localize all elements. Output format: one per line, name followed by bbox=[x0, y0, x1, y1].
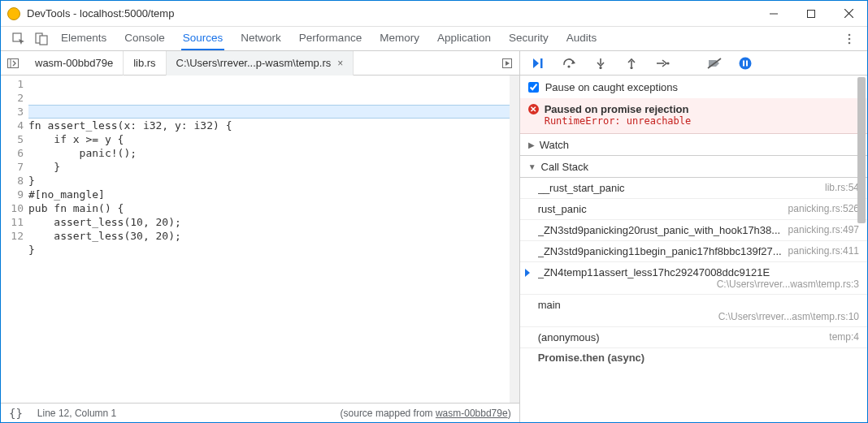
file-tab-bar: wasm-00bbd79elib.rsC:\Users\rrever...p-w… bbox=[1, 51, 519, 76]
mapped-suffix: ) bbox=[508, 408, 511, 419]
watch-header[interactable]: ▶Watch bbox=[520, 134, 867, 155]
step-over-button[interactable] bbox=[561, 54, 579, 72]
code-line: } bbox=[28, 243, 519, 257]
frame-location: panicking.rs:526 bbox=[788, 203, 859, 214]
code-line: panic!(); bbox=[28, 146, 519, 160]
tab-elements[interactable]: Elements bbox=[59, 27, 108, 50]
frame-function: _ZN4temp11assert_less17hc29247008ddc9121… bbox=[538, 266, 859, 278]
resume-button[interactable] bbox=[530, 54, 548, 72]
svg-rect-23 bbox=[743, 60, 744, 66]
tab-sources[interactable]: Sources bbox=[181, 27, 225, 50]
frame-function: _ZN3std9panicking11begin_panic17hf8bbc13… bbox=[538, 245, 782, 257]
pause-on-caught-checkbox[interactable] bbox=[528, 82, 539, 93]
code-line: assert_less(10, 20); bbox=[28, 215, 519, 229]
paused-message: RuntimeError: unreachable bbox=[545, 115, 859, 127]
code-line: } bbox=[28, 174, 519, 188]
svg-point-20 bbox=[666, 62, 669, 64]
stack-frame[interactable]: _ZN3std9panicking11begin_panic17hf8bbc13… bbox=[520, 241, 867, 262]
source-map-link[interactable]: wasm-00bbd79e bbox=[436, 408, 508, 419]
more-icon[interactable] bbox=[838, 29, 861, 49]
code-line: if x >= y { bbox=[28, 132, 519, 146]
svg-rect-13 bbox=[540, 58, 543, 68]
svg-point-9 bbox=[848, 41, 851, 44]
stack-frame[interactable]: mainC:\Users\rrever...asm\temp.rs:10 bbox=[520, 295, 867, 327]
paused-banner: ✕ Paused on promise rejection RuntimeErr… bbox=[520, 98, 867, 134]
tab-memory[interactable]: Memory bbox=[378, 27, 421, 50]
svg-point-8 bbox=[848, 37, 851, 40]
frame-location: panicking.rs:497 bbox=[788, 224, 859, 235]
pause-on-caught-row: Pause on caught exceptions bbox=[520, 76, 867, 98]
frame-location: temp:4 bbox=[829, 331, 859, 343]
tab-network[interactable]: Network bbox=[239, 27, 283, 50]
frame-location: C:\Users\rrever...asm\temp.rs:10 bbox=[538, 311, 859, 322]
frame-location: C:\Users\rrever...wasm\temp.rs:3 bbox=[538, 278, 859, 290]
frame-function: __rust_start_panic bbox=[538, 182, 818, 194]
tab-application[interactable]: Application bbox=[436, 27, 493, 50]
code-line: } bbox=[28, 160, 519, 174]
frame-location: panicking.rs:411 bbox=[788, 245, 859, 257]
frame-function: _ZN3std9panicking20rust_panic_with_hook1… bbox=[538, 224, 782, 236]
code-line: assert_less(30, 20); bbox=[28, 229, 519, 243]
file-tab[interactable]: lib.rs bbox=[124, 51, 166, 76]
file-tab-label: lib.rs bbox=[133, 57, 155, 69]
file-tab[interactable]: C:\Users\rrever...p-wasm\temp.rs× bbox=[167, 51, 354, 76]
cursor-position: Line 12, Column 1 bbox=[37, 408, 116, 419]
close-tab-icon[interactable]: × bbox=[337, 58, 343, 69]
frame-location: lib.rs:54 bbox=[825, 182, 859, 193]
step-out-button[interactable] bbox=[623, 54, 640, 72]
file-tab[interactable]: wasm-00bbd79e bbox=[25, 51, 124, 76]
tab-security[interactable]: Security bbox=[507, 27, 550, 50]
stop-icon: ✕ bbox=[528, 104, 539, 114]
pause-on-exceptions-button[interactable] bbox=[736, 54, 754, 72]
paused-title: Paused on promise rejection bbox=[545, 103, 859, 115]
code-line: pub fn main() { bbox=[28, 201, 519, 215]
scrollbar-thumb[interactable] bbox=[857, 77, 866, 223]
code-line: fn assert_less(x: i32, y: i32) { bbox=[28, 119, 519, 132]
svg-rect-24 bbox=[746, 60, 748, 66]
stack-frame[interactable]: (anonymous)temp:4 bbox=[520, 327, 867, 348]
svg-rect-10 bbox=[8, 58, 19, 67]
svg-rect-6 bbox=[40, 36, 47, 45]
pause-on-caught-label: Pause on caught exceptions bbox=[545, 81, 678, 93]
stack-frame[interactable]: __rust_start_paniclib.rs:54 bbox=[520, 178, 867, 199]
maximize-button[interactable] bbox=[792, 1, 830, 27]
callstack-label: Call Stack bbox=[541, 161, 589, 173]
device-toggle-icon[interactable] bbox=[30, 29, 53, 49]
step-into-button[interactable] bbox=[592, 54, 610, 72]
stack-frame[interactable]: rust_panicpanicking.rs:526 bbox=[520, 199, 867, 220]
minimize-button[interactable] bbox=[755, 1, 792, 27]
file-tab-label: wasm-00bbd79e bbox=[35, 57, 113, 69]
debugger-panel: Pause on caught exceptions ✕ Paused on p… bbox=[520, 51, 867, 422]
stack-frame[interactable]: _ZN4temp11assert_less17hc29247008ddc9121… bbox=[520, 262, 867, 295]
statusbar: {} Line 12, Column 1 (source mapped from… bbox=[1, 403, 519, 422]
svg-point-14 bbox=[567, 65, 570, 67]
svg-point-16 bbox=[599, 66, 601, 68]
tab-audits[interactable]: Audits bbox=[565, 27, 599, 50]
svg-rect-1 bbox=[808, 10, 815, 17]
code-area[interactable]: fn assert_less(x: i32, y: i32) { if x >=… bbox=[28, 76, 519, 403]
gutter: 123456789101112 bbox=[1, 76, 28, 403]
step-button[interactable] bbox=[653, 54, 671, 72]
svg-point-22 bbox=[739, 57, 751, 69]
navigator-toggle-icon[interactable] bbox=[1, 51, 25, 76]
window-title: DevTools - localhost:5000/temp bbox=[27, 7, 755, 19]
stack-frame[interactable]: _ZN3std9panicking20rust_panic_with_hook1… bbox=[520, 220, 867, 241]
mapped-prefix: (source mapped from bbox=[341, 408, 436, 419]
close-button[interactable] bbox=[830, 1, 867, 27]
watch-label: Watch bbox=[540, 139, 569, 151]
callstack-header[interactable]: ▼Call Stack bbox=[520, 156, 867, 177]
debugger-toolbar bbox=[520, 51, 867, 76]
frame-function: rust_panic bbox=[538, 203, 782, 215]
code-editor[interactable]: 123456789101112 fn assert_less(x: i32, y… bbox=[1, 76, 519, 403]
deactivate-breakpoints-button[interactable] bbox=[705, 54, 723, 72]
sources-panel: wasm-00bbd79elib.rsC:\Users\rrever...p-w… bbox=[1, 51, 520, 422]
file-tab-label: C:\Users\rrever...p-wasm\temp.rs bbox=[176, 57, 332, 69]
app-icon bbox=[7, 7, 20, 20]
tab-performance[interactable]: Performance bbox=[297, 27, 363, 50]
format-icon[interactable]: {} bbox=[9, 407, 23, 420]
select-element-icon[interactable] bbox=[7, 29, 30, 49]
tab-console[interactable]: Console bbox=[123, 27, 167, 50]
panel-tabstrip: ElementsConsoleSourcesNetworkPerformance… bbox=[1, 27, 867, 51]
run-snippet-icon[interactable] bbox=[495, 51, 519, 76]
async-label: Promise.then (async) bbox=[520, 348, 867, 367]
